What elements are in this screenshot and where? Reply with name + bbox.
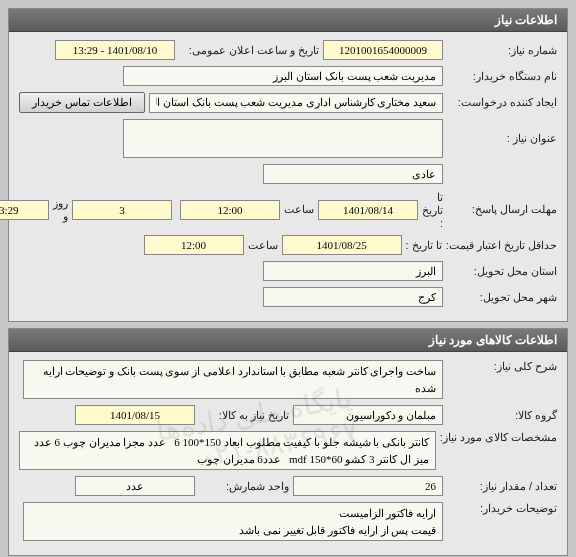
quantity-label: تعداد / مقدار نیاز: [447,480,557,493]
unit-label: واحد شمارش: [199,480,289,493]
need-info-panel: اطلاعات نیاز شماره نیاز: تاریخ و ساعت اع… [8,8,568,322]
request-no-field[interactable] [323,40,443,60]
goods-group-field[interactable] [293,405,443,425]
need-desc-field[interactable] [23,360,443,399]
city-label: شهر محل تحویل: [447,291,557,304]
need-title-field[interactable] [123,119,443,158]
city-field[interactable] [263,287,443,307]
time-label-1: ساعت [284,203,314,216]
province-field[interactable] [263,261,443,281]
quantity-field[interactable] [293,476,443,496]
goods-info-panel: اطلاعات کالاهای مورد نیاز شرح کلی نیاز: … [8,328,568,556]
buyer-org-field[interactable] [123,66,443,86]
buyer-notes-label: توضیحات خریدار: [447,502,557,515]
goods-spec-field[interactable] [19,431,436,470]
goods-date-field[interactable] [75,405,195,425]
need-info-header: اطلاعات نیاز [9,9,567,32]
goods-info-header: اطلاعات کالاهای مورد نیاز [9,329,567,352]
goods-spec-label: مشخصات کالای مورد نیاز: [440,431,557,444]
days-label: روز و [53,197,68,223]
goods-date-label: تاریخ نیاز به کالا: [199,409,289,422]
request-no-label: شماره نیاز: [447,44,557,57]
province-label: استان محل تحویل: [447,265,557,278]
creator-field[interactable] [149,93,444,113]
goods-group-label: گروه کالا: [447,409,557,422]
remain-time-field[interactable] [0,200,49,220]
to-date-label-1: تا تاریخ : [422,191,443,229]
buyer-contact-button[interactable]: اطلاعات تماس خریدار [19,92,145,113]
need-desc-label: شرح کلی نیاز: [447,360,557,373]
validity-time-field[interactable] [144,235,244,255]
response-date-field[interactable] [318,200,418,220]
buyer-notes-field[interactable] [23,502,443,541]
price-validity-label: حداقل تاریخ اعتبار قیمت: [446,239,557,252]
remain-days-field[interactable] [72,200,172,220]
announce-date-field[interactable] [55,40,175,60]
priority-field[interactable] [263,164,443,184]
time-label-2: ساعت [248,239,278,252]
to-date-label-2: تا تاریخ : [406,239,442,252]
need-title-label: عنوان نیاز : [447,132,557,145]
unit-field[interactable] [75,476,195,496]
announce-date-label: تاریخ و ساعت اعلان عمومی: [179,44,319,57]
buyer-org-label: نام دستگاه خریدار: [447,70,557,83]
response-time-field[interactable] [180,200,280,220]
creator-label: ایجاد کننده درخواست: [447,96,557,109]
validity-date-field[interactable] [282,235,402,255]
response-deadline-label: مهلت ارسال پاسخ: [447,203,557,216]
